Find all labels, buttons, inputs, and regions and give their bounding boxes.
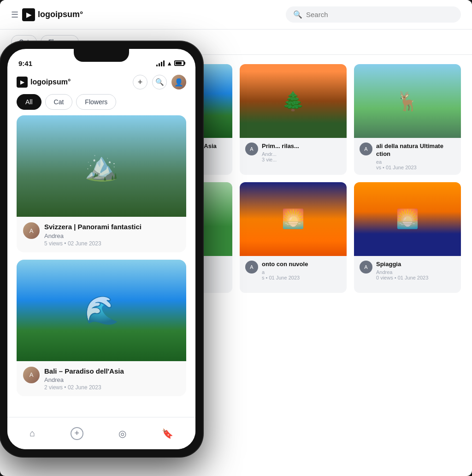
phone-screen: 9:41 ▲ ▶ (7, 49, 195, 449)
phone-card-text-1: Bali – Paradiso dell'Asia Andrea 2 views… (44, 367, 124, 391)
desktop-header: ☰ ▶ logoipsum° 🔍 (0, 0, 472, 30)
card-title-3: ali della natura Ultimate ction (376, 143, 455, 158)
card-text-6: onto con nuvole a s • 01 June 2023 (262, 261, 308, 280)
nav-search-icon: ◎ (118, 428, 126, 439)
phone-card-1[interactable]: 🌊 A Bali – Paradiso dell'Asia Andrea 2 v… (17, 260, 186, 397)
phone-card-image-1: 🌊 (17, 260, 186, 361)
phone-card-text-0: Svizzera | Panorami fantastici Andrea 5 … (44, 222, 142, 247)
phone-card-info-1: A Bali – Paradiso dell'Asia Andrea 2 vie… (17, 361, 186, 397)
desktop-logo-text: logoipsum° (38, 10, 83, 19)
search-input[interactable] (306, 11, 454, 18)
avatar-6: A (245, 261, 258, 274)
battery-icon (174, 60, 184, 66)
nav-saved[interactable]: 🔖 (162, 428, 173, 439)
card-meta-3: ea vs • 01 June 2023 (376, 159, 455, 170)
nav-search[interactable]: ◎ (118, 428, 126, 439)
phone-logo-text: logoipsum° (30, 78, 71, 86)
card-text-3: ali della natura Ultimate ction ea vs • … (376, 143, 455, 170)
status-icons: ▲ (156, 60, 184, 67)
phone-card-info-0: A Svizzera | Panorami fantastici Andrea … (17, 217, 186, 252)
card-text-7: Spiaggia Andrea 0 views • 01 June 2023 (376, 261, 428, 280)
card-info-2: A Prim... rilas... Andr... 3 vie... (240, 138, 347, 167)
phone-tag-all[interactable]: All (17, 94, 41, 110)
nav-home[interactable]: ⌂ (30, 428, 35, 439)
grid-card-3[interactable]: 🦌 A ali della natura Ultimate ction ea v… (354, 64, 461, 175)
phone-card-author-0: Andrea (44, 232, 142, 239)
phone-card-image-0: 🏔️ (17, 115, 186, 217)
user-avatar[interactable]: 👤 (171, 75, 186, 89)
search-icon: 🔍 (293, 10, 302, 19)
phone-frame: 9:41 ▲ ▶ (0, 42, 203, 457)
signal-bars-icon (156, 60, 165, 66)
avatar-2: A (245, 143, 258, 155)
home-icon: ⌂ (30, 428, 35, 439)
status-time: 9:41 (18, 60, 32, 67)
phone-bottom-nav: ⌂ + ◎ 🔖 (7, 417, 195, 449)
phone-card-title-0: Svizzera | Panorami fantastici (44, 222, 142, 232)
card-title-7: Spiaggia (376, 261, 428, 268)
card-info-7: A Spiaggia Andrea 0 views • 01 June 2023 (354, 256, 461, 285)
phone-header-icons: + 🔍 👤 (133, 75, 186, 89)
bookmark-icon: 🔖 (162, 428, 173, 439)
phone-notch (74, 49, 129, 62)
card-meta-7: Andrea 0 views • 01 June 2023 (376, 269, 428, 280)
phone-scroll[interactable]: 🏔️ A Svizzera | Panorami fantastici Andr… (7, 115, 195, 423)
phone-card-author-1: Andrea (44, 376, 124, 383)
card-meta-6: a s • 01 June 2023 (262, 269, 308, 280)
avatar-3: A (360, 143, 372, 155)
phone-container: 9:41 ▲ ▶ (0, 42, 212, 466)
avatar-7: A (360, 261, 372, 274)
hamburger-icon[interactable]: ☰ (11, 10, 18, 20)
phone-logo-icon: ▶ (17, 77, 28, 88)
nav-add[interactable]: + (71, 427, 83, 440)
phone-card-title-1: Bali – Paradiso dell'Asia (44, 367, 124, 376)
search-icon: 🔍 (155, 78, 164, 86)
card-image-7: 🌅 (354, 182, 461, 256)
card-text-2: Prim... rilas... Andr... 3 vie... (262, 143, 299, 162)
phone-card-meta-0: 5 views • 02 June 2023 (44, 240, 142, 247)
phone-tag-flowers[interactable]: Flowers (76, 94, 116, 110)
desktop-logo: ▶ logoipsum° (22, 8, 83, 21)
add-icon: + (71, 427, 83, 440)
add-button[interactable]: + (133, 75, 148, 89)
phone-card-meta-1: 2 views • 02 June 2023 (44, 384, 124, 391)
wifi-icon: ▲ (166, 60, 172, 67)
card-title-6: onto con nuvole (262, 261, 308, 268)
phone-tags: All Cat Flowers (7, 94, 195, 115)
card-image-3: 🦌 (354, 64, 461, 138)
card-info-3: A ali della natura Ultimate ction ea vs … (354, 138, 461, 175)
phone-header: ▶ logoipsum° + 🔍 👤 (7, 71, 195, 94)
plus-icon: + (138, 77, 143, 87)
phone-logo: ▶ logoipsum° (17, 77, 127, 88)
phone-avatar-0: A (23, 222, 40, 239)
grid-card-7[interactable]: 🌅 A Spiaggia Andrea 0 views • 01 June 20… (354, 182, 461, 293)
card-image-2: 🌲 (240, 64, 347, 138)
phone-avatar-1: A (23, 367, 40, 383)
logo-icon: ▶ (22, 8, 35, 21)
search-bar[interactable]: 🔍 (286, 6, 461, 23)
grid-card-2[interactable]: 🌲 A Prim... rilas... Andr... 3 vie... (240, 64, 347, 175)
card-info-6: A onto con nuvole a s • 01 June 2023 (240, 256, 347, 285)
card-image-6: 🌅 (240, 182, 347, 256)
card-title-2: Prim... rilas... (262, 143, 299, 150)
phone-tag-cat[interactable]: Cat (45, 94, 73, 110)
phone-card-0[interactable]: 🏔️ A Svizzera | Panorami fantastici Andr… (17, 115, 186, 252)
card-meta-2: Andr... 3 vie... (262, 151, 299, 162)
search-button[interactable]: 🔍 (152, 75, 167, 89)
grid-card-6[interactable]: 🌅 A onto con nuvole a s • 01 June 2023 (240, 182, 347, 293)
